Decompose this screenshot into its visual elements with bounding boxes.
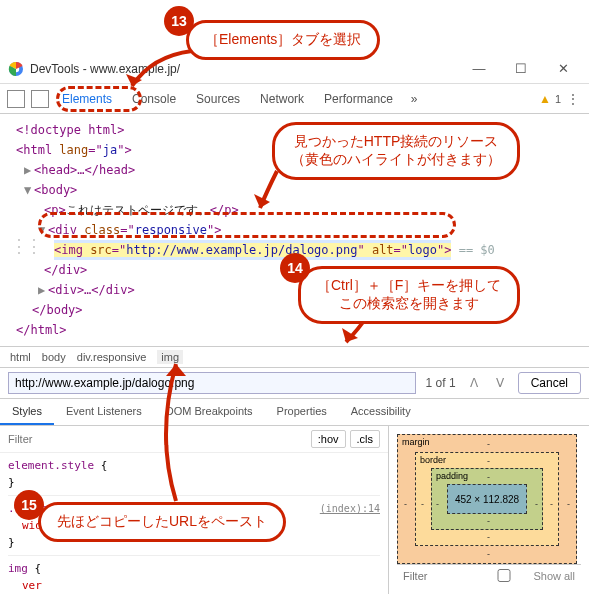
search-count: 1 of 1 (426, 376, 456, 390)
chrome-icon (8, 61, 24, 77)
arrow-13 (122, 46, 202, 96)
subtab-styles[interactable]: Styles (0, 399, 54, 425)
badge-14: 14 (280, 253, 310, 283)
search-input[interactable] (8, 372, 416, 394)
warning-icon[interactable]: ▲ (535, 92, 555, 106)
computed-filter[interactable] (403, 570, 453, 582)
search-prev[interactable]: ᐱ (466, 376, 482, 390)
show-all-toggle[interactable]: Show all (479, 569, 575, 582)
callout-13: ［Elements］タブを選択 (186, 20, 380, 60)
search-cancel[interactable]: Cancel (518, 372, 581, 394)
box-model[interactable]: margin -- -- border -- -- padding -- -- … (397, 434, 577, 564)
search-next[interactable]: ᐯ (492, 376, 508, 390)
dom-line-selected[interactable]: ⋮⋮<img src="http://www.example.jp/dalogo… (54, 240, 585, 260)
styles-subtabs: Styles Event Listeners DOM Breakpoints P… (0, 399, 589, 426)
callout-http: 見つかったHTTP接続のリソース （黄色のハイライトが付きます） (272, 122, 520, 180)
crumb[interactable]: div.responsive (77, 351, 147, 363)
minimize-button[interactable]: — (465, 59, 493, 79)
crumb[interactable]: html (10, 351, 31, 363)
arrow-15 (146, 356, 206, 506)
tab-elements[interactable]: Elements (52, 86, 122, 112)
window-buttons: — ☐ ✕ (465, 59, 583, 79)
box-model-panel: margin -- -- border -- -- padding -- -- … (389, 426, 589, 594)
search-bar: 1 of 1 ᐱ ᐯ Cancel (0, 367, 589, 399)
styles-filter[interactable] (8, 433, 56, 445)
callout-14: ［Ctrl］＋［F］キーを押して この検索窓を開きます (298, 266, 520, 324)
tab-menu[interactable]: ⋮ (561, 92, 585, 106)
subtab-event-listeners[interactable]: Event Listeners (54, 399, 154, 425)
callout-15: 先ほどコピーしたURLをペースト (38, 502, 286, 542)
dom-breadcrumbs[interactable]: html body div.responsive img (0, 346, 589, 367)
subtab-accessibility[interactable]: Accessibility (339, 399, 423, 425)
tab-more[interactable]: » (403, 92, 426, 106)
subtab-properties[interactable]: Properties (265, 399, 339, 425)
cls-toggle[interactable]: .cls (350, 430, 381, 448)
window-title: DevTools - www.example.jp/ (30, 62, 465, 76)
computed-filter-row: Show all (397, 564, 581, 586)
tab-performance[interactable]: Performance (314, 86, 403, 112)
inspect-icon[interactable] (7, 90, 25, 108)
badge-13: 13 (164, 6, 194, 36)
crumb[interactable]: body (42, 351, 66, 363)
hov-toggle[interactable]: :hov (311, 430, 346, 448)
devtools-tabbar: Elements Console Sources Network Perform… (0, 84, 589, 114)
tab-network[interactable]: Network (250, 86, 314, 112)
dom-line[interactable]: ▼<body> (24, 180, 585, 200)
close-button[interactable]: ✕ (549, 59, 577, 79)
dom-line[interactable]: <p>これはテストページです。</p> (44, 200, 585, 220)
dom-line[interactable]: ▼<div class="responsive"> (38, 220, 585, 240)
arrow-http (252, 166, 282, 216)
device-icon[interactable] (31, 90, 49, 108)
badge-15: 15 (14, 490, 44, 520)
maximize-button[interactable]: ☐ (507, 59, 535, 79)
